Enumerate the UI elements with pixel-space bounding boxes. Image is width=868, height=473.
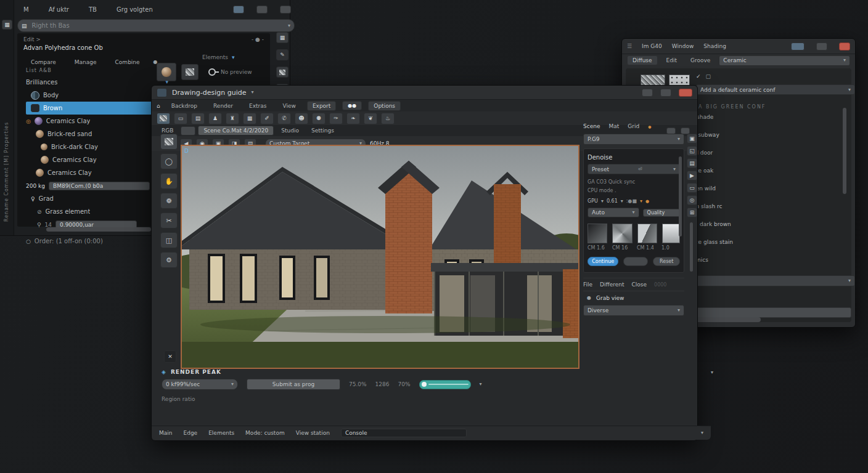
speed-dropdown[interactable]: 0 kf99%/sec ▾ — [162, 379, 238, 390]
submit-button[interactable]: Submit as prog — [247, 379, 340, 390]
flat-thumb[interactable] — [662, 224, 680, 243]
menu-item[interactable]: TB — [84, 5, 102, 14]
tab-combine[interactable]: Combine — [110, 58, 145, 67]
close-button[interactable] — [679, 89, 692, 97]
search-input[interactable]: Right th Bas — [32, 22, 70, 29]
diverse-dropdown[interactable]: Diverse ▾ — [583, 305, 684, 316]
tool-button[interactable]: ❧ — [346, 113, 360, 124]
tool-button[interactable]: ♟ — [208, 113, 222, 124]
settings-tool-button[interactable]: ⚙ — [160, 252, 178, 268]
reset-button[interactable]: Reset — [653, 257, 680, 266]
menu-item[interactable]: M — [18, 5, 34, 14]
strip-button[interactable]: ▤ — [687, 158, 697, 168]
lower-tab-file[interactable]: File — [583, 281, 592, 288]
console-button[interactable]: Console — [341, 429, 467, 437]
grab-view-row[interactable]: ● Grab view — [583, 291, 684, 305]
strip-button[interactable]: ◎ — [687, 195, 697, 205]
maximize-button[interactable] — [816, 42, 827, 51]
fold-thumb[interactable] — [637, 224, 657, 243]
vertical-tab-label[interactable]: Rename Comment [M] Properties — [4, 37, 9, 222]
tab-view[interactable]: View — [278, 102, 301, 110]
render-titlebar[interactable]: Drawing-design guide ▾ — [152, 86, 697, 100]
material-titlebar[interactable]: ☰ Im G40 Window Shading — [622, 39, 855, 54]
status-item[interactable]: Edge — [184, 430, 198, 436]
maximize-button[interactable] — [256, 6, 268, 14]
subtab-settings[interactable]: Settings — [306, 126, 339, 135]
status-item[interactable]: Elements — [208, 430, 234, 436]
material-type-dropdown[interactable]: Ceramic ▾ — [719, 55, 850, 66]
render-viewport[interactable]: D — [181, 145, 579, 369]
image-tool-button[interactable]: ▦ — [276, 32, 289, 43]
status-item[interactable]: Mode: custom — [245, 430, 285, 436]
tab-export[interactable]: Export — [307, 101, 336, 111]
pan-tool-button[interactable]: ✋ — [160, 173, 178, 189]
panel-tab-mat[interactable]: Mat — [608, 123, 619, 129]
strip-button[interactable]: ▶ — [687, 171, 697, 180]
curve-thumb[interactable] — [588, 224, 607, 243]
chevron-down-icon[interactable]: ▾ — [251, 90, 253, 95]
menu-item[interactable]: Window — [672, 43, 694, 49]
lower-tab-different[interactable]: Different — [600, 281, 624, 288]
subtab-studio[interactable]: Studio — [276, 126, 304, 135]
tab-extras[interactable]: Extras — [244, 102, 271, 110]
pen-tool-button[interactable]: ✎ — [276, 49, 289, 60]
panel-tab-grid[interactable]: Grid — [628, 123, 639, 129]
minimize-button[interactable] — [233, 6, 244, 14]
status-item[interactable]: Main — [159, 430, 173, 436]
tab-backdrop[interactable]: Backdrop — [166, 102, 202, 110]
knife-tool-button[interactable]: ✂ — [160, 212, 178, 228]
select-tool-button[interactable] — [160, 134, 178, 150]
horizontal-scrollbar[interactable] — [46, 227, 151, 232]
strip-button[interactable]: ⊞ — [687, 208, 697, 217]
tool-button[interactable]: ✑ — [329, 113, 343, 124]
lower-tab-close[interactable]: Close — [632, 281, 647, 288]
subtab-icon-button[interactable] — [181, 126, 195, 135]
strip-scrollbar[interactable] — [690, 222, 693, 272]
pattern-tool-button[interactable] — [157, 113, 170, 124]
tab-render[interactable]: Render — [208, 102, 238, 110]
brush-tool-button[interactable] — [276, 67, 289, 78]
chevron-down-icon[interactable]: ▾ — [711, 370, 713, 375]
tool-button[interactable]: ▦ — [243, 113, 256, 124]
blank-button[interactable] — [623, 257, 648, 266]
gradient-thumb[interactable] — [612, 224, 632, 243]
menu-item[interactable]: Grg volgten — [112, 5, 158, 14]
tool-button[interactable]: ⚉ — [312, 113, 326, 124]
check-icon[interactable]: ✓ — [696, 73, 701, 79]
elements-dropdown[interactable]: Elements ▾ — [202, 54, 234, 60]
menu-item[interactable]: Im G40 — [642, 43, 662, 49]
close-button[interactable] — [280, 6, 291, 14]
add-coat-dropdown[interactable]: Add a default ceramic conf ▾ — [696, 84, 855, 95]
strip-button[interactable]: ◱ — [687, 146, 697, 156]
measure-tool-button[interactable]: ◫ — [160, 232, 178, 248]
tree-group[interactable]: Brilliances ▾ — [26, 76, 171, 89]
tool-button[interactable]: ❦ — [364, 113, 377, 124]
search-bar[interactable]: ▤ Right th Bas ▾ — [17, 19, 295, 32]
options-dots[interactable]: - ● - — [252, 36, 264, 42]
minimize-button[interactable] — [642, 89, 653, 97]
chevron-down-icon[interactable]: ▾ — [640, 199, 642, 204]
menu-item[interactable]: Af uktr — [44, 5, 74, 14]
tool-button[interactable]: ✆ — [277, 113, 291, 124]
tab-edit[interactable]: Edit — [661, 56, 682, 65]
menu-item[interactable]: Shading — [703, 43, 726, 49]
home-icon[interactable]: ⌂ — [157, 103, 160, 109]
status-item[interactable]: View station — [296, 430, 330, 436]
panel-scrollbar[interactable] — [679, 156, 682, 236]
preset-field[interactable]: Preset ⏎ ▾ — [588, 164, 680, 174]
chevron-down-icon[interactable]: ▾ — [601, 199, 604, 204]
tool-button[interactable]: ▭ — [174, 113, 187, 124]
tool-button[interactable]: ▤ — [191, 113, 205, 124]
quality-field[interactable]: Quality — [643, 209, 680, 217]
continue-button[interactable]: Continue — [588, 257, 618, 266]
tool-button[interactable]: ♜ — [226, 113, 239, 124]
chevron-down-icon[interactable]: ▾ — [621, 199, 623, 204]
subtab-scene[interactable]: Scene Co.Mat 4/2/2020 — [198, 126, 274, 135]
clear-region-button[interactable]: ✕ — [164, 350, 176, 363]
close-button[interactable] — [839, 42, 850, 51]
chevron-down-icon[interactable]: ▾ — [701, 431, 703, 435]
tab-compare[interactable]: Compare — [26, 58, 61, 67]
quantity-field[interactable]: BM89(Com.(0 b0a — [49, 182, 150, 190]
dots-indicator[interactable]: ●● — [342, 101, 362, 110]
tree-item[interactable]: ◎ Ceramics Clay ▾ — [26, 115, 171, 127]
